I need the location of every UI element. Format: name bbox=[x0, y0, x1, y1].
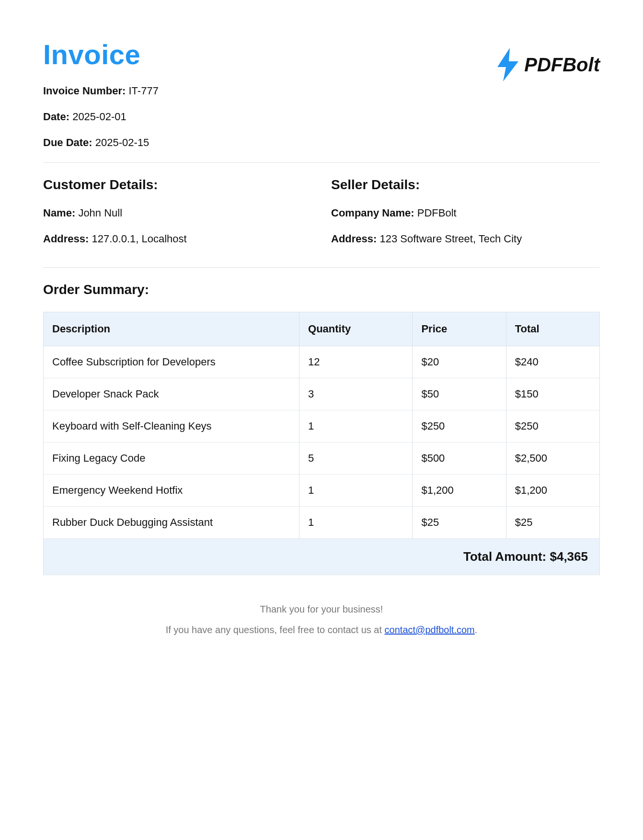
cell-price: $1,200 bbox=[413, 475, 506, 507]
invoice-number-label: Invoice Number: bbox=[43, 85, 126, 97]
invoice-page: Invoice PDFBolt Invoice Number: IT-777 D… bbox=[0, 0, 643, 674]
footer-contact-suffix: . bbox=[475, 624, 478, 635]
invoice-number-value: IT-777 bbox=[129, 85, 159, 97]
col-quantity: Quantity bbox=[299, 312, 413, 346]
seller-details: Seller Details: Company Name: PDFBolt Ad… bbox=[331, 177, 600, 259]
bolt-icon bbox=[494, 48, 521, 81]
cell-description: Keyboard with Self-Cleaning Keys bbox=[44, 410, 299, 443]
customer-address-value: 127.0.0.1, Localhost bbox=[92, 233, 186, 245]
cell-description: Fixing Legacy Code bbox=[44, 443, 299, 475]
cell-quantity: 12 bbox=[299, 346, 413, 378]
cell-price: $250 bbox=[413, 410, 506, 443]
col-description: Description bbox=[44, 312, 299, 346]
seller-address-line: Address: 123 Software Street, Tech City bbox=[331, 233, 600, 245]
seller-address-label: Address: bbox=[331, 233, 377, 245]
cell-description: Coffee Subscription for Developers bbox=[44, 346, 299, 378]
cell-description: Rubber Duck Debugging Assistant bbox=[44, 507, 299, 539]
cell-quantity: 5 bbox=[299, 443, 413, 475]
customer-name-label: Name: bbox=[43, 207, 75, 219]
logo-text: PDFBolt bbox=[524, 54, 600, 76]
date-label: Date: bbox=[43, 111, 69, 123]
date-value: 2025-02-01 bbox=[72, 111, 126, 123]
customer-heading: Customer Details: bbox=[43, 177, 312, 193]
col-total: Total bbox=[506, 312, 599, 346]
cell-quantity: 1 bbox=[299, 507, 413, 539]
customer-address-line: Address: 127.0.0.1, Localhost bbox=[43, 233, 312, 245]
cell-total: $1,200 bbox=[506, 475, 599, 507]
cell-description: Developer Snack Pack bbox=[44, 378, 299, 410]
divider bbox=[43, 162, 600, 163]
details-row: Customer Details: Name: John Null Addres… bbox=[43, 177, 600, 259]
invoice-meta: Invoice Number: IT-777 Date: 2025-02-01 … bbox=[43, 85, 600, 149]
cell-description: Emergency Weekend Hotfix bbox=[44, 475, 299, 507]
table-row: Keyboard with Self-Cleaning Keys1$250$25… bbox=[44, 410, 600, 443]
title-block: Invoice bbox=[43, 38, 140, 85]
footer-contact: If you have any questions, feel free to … bbox=[43, 624, 600, 636]
col-price: Price bbox=[413, 312, 506, 346]
invoice-number-line: Invoice Number: IT-777 bbox=[43, 85, 600, 97]
cell-quantity: 1 bbox=[299, 475, 413, 507]
cell-total: $25 bbox=[506, 507, 599, 539]
due-date-line: Due Date: 2025-02-15 bbox=[43, 136, 600, 149]
cell-price: $20 bbox=[413, 346, 506, 378]
cell-price: $25 bbox=[413, 507, 506, 539]
divider bbox=[43, 267, 600, 268]
total-label: Total Amount: bbox=[463, 549, 546, 564]
cell-total: $250 bbox=[506, 410, 599, 443]
seller-company-line: Company Name: PDFBolt bbox=[331, 207, 600, 219]
cell-quantity: 1 bbox=[299, 410, 413, 443]
cell-quantity: 3 bbox=[299, 378, 413, 410]
logo: PDFBolt bbox=[494, 48, 600, 81]
table-header-row: Description Quantity Price Total bbox=[44, 312, 600, 346]
seller-address-value: 123 Software Street, Tech City bbox=[379, 233, 522, 245]
cell-price: $500 bbox=[413, 443, 506, 475]
footer: Thank you for your business! If you have… bbox=[43, 604, 600, 636]
total-row: Total Amount: $4,365 bbox=[44, 539, 600, 575]
table-row: Rubber Duck Debugging Assistant1$25$25 bbox=[44, 507, 600, 539]
order-heading: Order Summary: bbox=[43, 282, 600, 297]
customer-name-value: John Null bbox=[78, 207, 122, 219]
table-row: Fixing Legacy Code5$500$2,500 bbox=[44, 443, 600, 475]
customer-address-label: Address: bbox=[43, 233, 89, 245]
cell-total: $150 bbox=[506, 378, 599, 410]
cell-price: $50 bbox=[413, 378, 506, 410]
svg-marker-0 bbox=[497, 48, 518, 81]
total-cell: Total Amount: $4,365 bbox=[44, 539, 600, 575]
due-date-label: Due Date: bbox=[43, 136, 92, 148]
header-row: Invoice PDFBolt bbox=[43, 38, 600, 85]
cell-total: $240 bbox=[506, 346, 599, 378]
table-row: Emergency Weekend Hotfix1$1,200$1,200 bbox=[44, 475, 600, 507]
date-line: Date: 2025-02-01 bbox=[43, 111, 600, 123]
table-row: Coffee Subscription for Developers12$20$… bbox=[44, 346, 600, 378]
cell-total: $2,500 bbox=[506, 443, 599, 475]
seller-company-label: Company Name: bbox=[331, 207, 414, 219]
customer-details: Customer Details: Name: John Null Addres… bbox=[43, 177, 312, 259]
seller-company-value: PDFBolt bbox=[417, 207, 457, 219]
footer-contact-link[interactable]: contact@pdfbolt.com bbox=[385, 624, 475, 635]
seller-heading: Seller Details: bbox=[331, 177, 600, 193]
total-value: $4,365 bbox=[550, 549, 588, 564]
footer-contact-prefix: If you have any questions, feel free to … bbox=[166, 624, 385, 635]
footer-thanks: Thank you for your business! bbox=[43, 604, 600, 615]
table-row: Developer Snack Pack3$50$150 bbox=[44, 378, 600, 410]
order-table: Description Quantity Price Total Coffee … bbox=[43, 312, 600, 575]
due-date-value: 2025-02-15 bbox=[95, 136, 149, 148]
page-title: Invoice bbox=[43, 38, 140, 70]
customer-name-line: Name: John Null bbox=[43, 207, 312, 219]
